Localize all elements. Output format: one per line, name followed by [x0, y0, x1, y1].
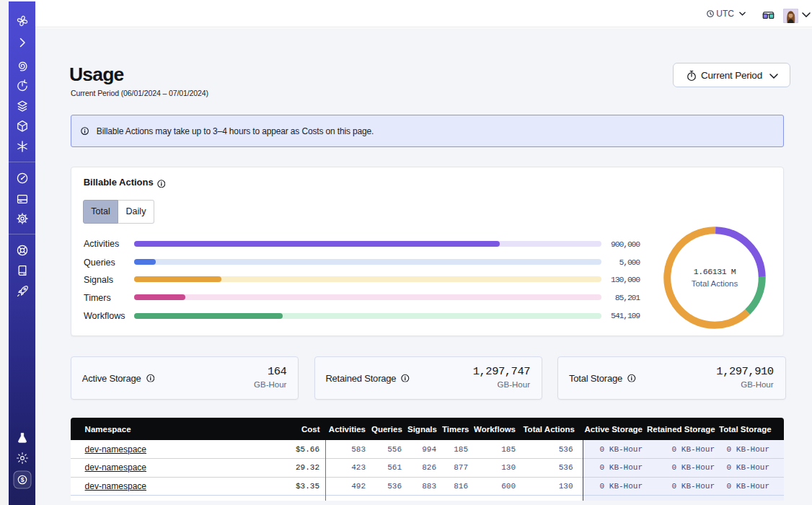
svg-text:$: $	[20, 476, 24, 483]
